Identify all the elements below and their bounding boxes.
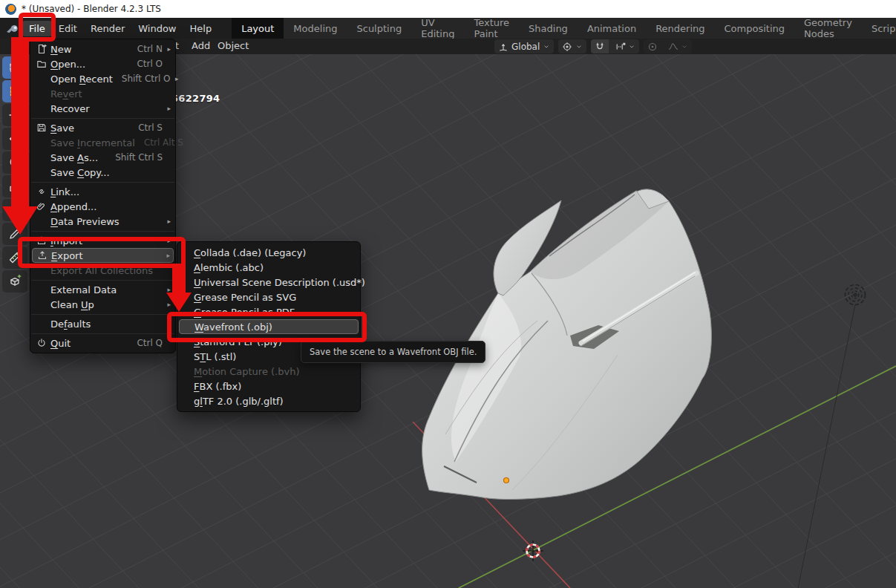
export-menu-item-grease-pencil-as-svg[interactable]: Grease Pencil as SVG: [177, 290, 360, 304]
menu-item-label: Link...: [50, 186, 163, 197]
tool-cursor[interactable]: [2, 80, 27, 102]
file-menu-dropdown: NewCtrl N▸Open...Ctrl OOpen RecentShift …: [30, 39, 176, 353]
power-icon: [36, 338, 47, 348]
export-menu-item-gltf-2-0-glb-gltf[interactable]: glTF 2.0 (.glb/.gltf): [177, 393, 360, 408]
snap-increment-icon: [615, 42, 626, 52]
menu-item-label: External Data: [50, 284, 163, 295]
tool-rotate[interactable]: [2, 151, 27, 174]
menu-separator: [30, 229, 175, 233]
menu-item-label: Append...: [50, 201, 163, 212]
file-menu-item-save-copy[interactable]: Save Copy...: [30, 165, 175, 180]
tool-transform[interactable]: [2, 199, 27, 221]
pivot-point-icon: [562, 42, 572, 52]
file-menu-item-new[interactable]: NewCtrl N▸: [30, 42, 175, 56]
file-menu-item-import[interactable]: Import▸: [30, 233, 175, 248]
menu-item-label: Collada (.dae) (Legacy): [194, 247, 347, 258]
tool-annotate[interactable]: [2, 223, 27, 245]
import-icon: [36, 235, 47, 246]
file-menu-item-save-as[interactable]: Save As...Shift Ctrl S: [30, 150, 175, 165]
file-menu-item-defaults[interactable]: Defaults▸: [30, 316, 175, 331]
folder-icon: [36, 59, 47, 69]
file-menu-item-append[interactable]: Append...: [30, 199, 175, 214]
snapping-control: [591, 39, 639, 53]
file-menu-item-external-data[interactable]: External Data▸: [30, 282, 175, 297]
menu-edit[interactable]: Edit: [52, 21, 84, 36]
export-menu-item-alembic-abc[interactable]: Alembic (.abc): [177, 260, 360, 275]
viewport-menu-add[interactable]: Add: [192, 40, 210, 51]
tab-compositing[interactable]: Compositing: [715, 18, 795, 39]
export-menu-item-motion-capture-bvh[interactable]: Motion Capture (.bvh): [177, 364, 360, 379]
blender-app-icon[interactable]: [5, 22, 20, 34]
tool-shelf: [2, 56, 27, 293]
menu-item-label: Save: [50, 122, 129, 134]
export-menu-item-wavefront-obj[interactable]: Wavefront (.obj): [179, 319, 359, 334]
tab-layout[interactable]: Layout: [232, 18, 284, 39]
snap-target-button[interactable]: [612, 39, 639, 53]
export-menu-item-grease-pencil-as-pdf[interactable]: Grease Pencil as PDF: [177, 304, 360, 319]
tab-sculpting[interactable]: Sculpting: [347, 18, 411, 39]
tab-modeling[interactable]: Modeling: [284, 18, 347, 39]
proportional-editing-control: [644, 39, 692, 53]
tool-scale[interactable]: [2, 175, 27, 197]
file-menu-item-data-previews[interactable]: Data Previews▸: [30, 214, 175, 229]
menu-help[interactable]: Help: [183, 21, 219, 36]
menu-item-label: Save Incremental: [50, 137, 135, 148]
tab-shading[interactable]: Shading: [519, 18, 578, 39]
tool-add-cube[interactable]: [2, 270, 27, 293]
submenu-arrow-icon: ▸: [163, 218, 171, 225]
paperclip-icon: [36, 201, 47, 212]
tab-uv-editing[interactable]: UV Editing: [411, 18, 464, 39]
tab-scripting[interactable]: Scripting: [862, 18, 896, 39]
viewport-menu-object[interactable]: Object: [218, 40, 249, 51]
menu-item-label: Export: [51, 250, 162, 261]
transform-orientation-control[interactable]: Global: [494, 39, 554, 53]
file-menu-item-export[interactable]: Export▸: [32, 248, 174, 263]
tool-measure[interactable]: [2, 246, 27, 269]
file-menu-item-clean-up[interactable]: Clean Up▸: [30, 297, 175, 312]
menu-window[interactable]: Window: [131, 21, 183, 36]
add-cube-icon: [8, 275, 22, 288]
chevron-down-icon: [681, 43, 688, 50]
menu-file[interactable]: File: [22, 21, 52, 36]
tool-select-box[interactable]: [2, 56, 27, 79]
file-new-icon: [36, 44, 47, 54]
scale-icon: [8, 180, 22, 193]
measure-icon: [8, 251, 22, 264]
menu-item-shortcut: Ctrl Alt S: [144, 137, 183, 148]
tab-animation[interactable]: Animation: [578, 18, 646, 39]
rotate-icon: [8, 156, 22, 169]
menu-render[interactable]: Render: [84, 21, 131, 36]
tab-geometry-nodes[interactable]: Geometry Nodes: [794, 18, 862, 39]
proportional-editing-toggle[interactable]: [644, 39, 661, 53]
file-menu-item-export-all-collections[interactable]: Export All Collections: [30, 263, 175, 278]
file-menu-item-save[interactable]: SaveCtrl S: [30, 120, 175, 135]
file-menu-item-save-incremental[interactable]: Save IncrementalCtrl Alt S: [30, 135, 175, 150]
tab-rendering[interactable]: Rendering: [646, 18, 714, 39]
menu-item-label: New: [50, 44, 128, 55]
pivot-point-control[interactable]: [558, 39, 586, 53]
menu-item-label: Grease Pencil as SVG: [194, 292, 347, 303]
file-menu-item-revert[interactable]: Revert: [30, 86, 175, 101]
proportional-falloff-button[interactable]: [664, 39, 692, 53]
export-menu-item-universal-scene-description-usd[interactable]: Universal Scene Description (.usd*): [177, 275, 360, 290]
file-menu-item-link[interactable]: Link...: [30, 184, 175, 199]
submenu-arrow-icon: ▸: [163, 105, 171, 112]
tab-texture-paint[interactable]: Texture Paint: [464, 18, 519, 39]
tool-cursor-3d[interactable]: [2, 104, 27, 126]
file-menu-item-recover[interactable]: Recover▸: [30, 101, 175, 116]
blender-logo-icon: [5, 4, 16, 15]
tool-move[interactable]: [2, 128, 27, 150]
submenu-arrow-icon: ▸: [171, 75, 179, 82]
menu-item-label: Universal Scene Description (.usd*): [194, 277, 365, 288]
tooltip: Save the scene to a Wavefront OBJ file.: [301, 341, 485, 363]
menu-item-icon: [36, 201, 50, 212]
export-menu-item-fbx-fbx[interactable]: FBX (.fbx): [177, 379, 360, 393]
submenu-arrow-icon: ▸: [163, 45, 171, 53]
snap-magnet-toggle[interactable]: [591, 39, 609, 53]
export-menu-item-collada-dae-legacy[interactable]: Collada (.dae) (Legacy): [177, 245, 360, 260]
file-menu-item-open-recent[interactable]: Open RecentShift Ctrl O▸: [30, 71, 175, 86]
menu-item-label: Open...: [50, 59, 128, 70]
menu-separator: [30, 312, 175, 316]
file-menu-item-quit[interactable]: QuitCtrl Q: [30, 336, 175, 350]
file-menu-item-open[interactable]: Open...Ctrl O: [30, 56, 175, 71]
